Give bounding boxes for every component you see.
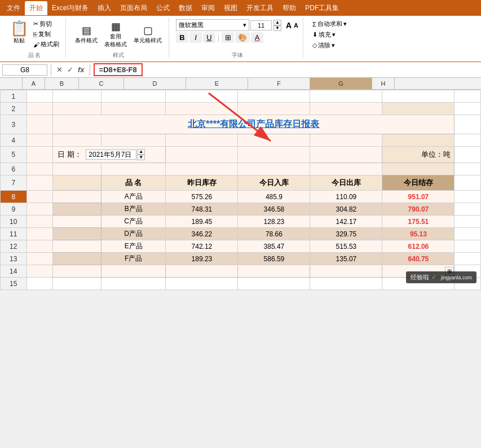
- cell-product-13[interactable]: F产品: [101, 253, 165, 265]
- font-size-down-button[interactable]: ▼: [273, 25, 281, 31]
- cell-d6[interactable]: [166, 163, 238, 175]
- copy-button[interactable]: ⎘ 复制: [32, 29, 61, 39]
- cell-e5[interactable]: [238, 147, 310, 163]
- cell-a3[interactable]: [27, 115, 53, 134]
- confirm-formula-button[interactable]: ✓: [65, 65, 75, 74]
- cell-b1[interactable]: [53, 90, 102, 103]
- cell-a4[interactable]: [27, 134, 53, 147]
- menu-home[interactable]: 开始: [25, 1, 47, 15]
- autosum-button[interactable]: Σ 自动求和 ▾: [310, 19, 349, 29]
- cell-yesterday-12[interactable]: 742.12: [166, 240, 238, 253]
- cut-button[interactable]: ✂ 剪切: [32, 19, 61, 29]
- cell-out-12[interactable]: 515.53: [310, 240, 382, 253]
- cell-out-9[interactable]: 304.82: [310, 203, 382, 216]
- underline-button[interactable]: U: [203, 32, 215, 43]
- col-header-h[interactable]: H: [372, 78, 395, 89]
- cell-a14[interactable]: [27, 265, 53, 278]
- cell-e14[interactable]: [238, 265, 310, 278]
- cell-h8[interactable]: [454, 191, 481, 203]
- cell-e15[interactable]: [238, 278, 310, 290]
- cell-product-10[interactable]: C产品: [101, 216, 165, 228]
- cell-f4[interactable]: [310, 134, 382, 147]
- col-header-c[interactable]: C: [79, 78, 124, 89]
- cell-h4[interactable]: [454, 134, 481, 147]
- date-down-button[interactable]: ▼: [137, 155, 145, 160]
- font-decrease-button[interactable]: A: [294, 22, 298, 29]
- cell-yesterday-8[interactable]: 575.26: [166, 191, 238, 203]
- cell-f15[interactable]: [310, 278, 382, 290]
- menu-insert[interactable]: 插入: [93, 1, 116, 15]
- cell-a10[interactable]: [27, 216, 53, 228]
- format-brush-button[interactable]: 🖌 格式刷: [32, 39, 61, 49]
- cell-product-12[interactable]: E产品: [101, 240, 165, 253]
- cell-d4[interactable]: [166, 134, 238, 147]
- cell-d14[interactable]: [166, 265, 238, 278]
- cell-yesterday-10[interactable]: 189.45: [166, 216, 238, 228]
- cancel-formula-button[interactable]: ✕: [55, 65, 64, 74]
- cell-a12[interactable]: [27, 240, 53, 253]
- clear-button[interactable]: ◇ 清除 ▾: [310, 41, 349, 50]
- menu-help[interactable]: 帮助: [278, 1, 301, 15]
- cell-d5[interactable]: [166, 147, 238, 163]
- cell-product-11[interactable]: D产品: [101, 228, 165, 240]
- cell-g2[interactable]: [382, 103, 454, 115]
- cell-in-9[interactable]: 346.58: [238, 203, 310, 216]
- cell-h12[interactable]: [454, 240, 481, 253]
- cell-c4[interactable]: [101, 134, 165, 147]
- cell-h5[interactable]: [454, 147, 481, 163]
- cell-f1[interactable]: [310, 90, 382, 103]
- cell-g4[interactable]: [382, 134, 454, 147]
- col-header-f[interactable]: F: [248, 78, 310, 89]
- cell-in-12[interactable]: 385.47: [238, 240, 310, 253]
- font-size-selector[interactable]: 11: [250, 20, 272, 30]
- cell-balance-8[interactable]: 951.07: [382, 191, 454, 203]
- cell-in-8[interactable]: 485.9: [238, 191, 310, 203]
- cell-a9[interactable]: [27, 203, 53, 216]
- cell-f6[interactable]: [310, 163, 382, 175]
- col-header-a[interactable]: A: [23, 78, 45, 89]
- cell-d15[interactable]: [166, 278, 238, 290]
- cell-yesterday-9[interactable]: 748.31: [166, 203, 238, 216]
- menu-file[interactable]: 文件: [2, 1, 25, 15]
- cell-d2[interactable]: [166, 103, 238, 115]
- date-input[interactable]: [86, 150, 136, 160]
- cell-c2[interactable]: [101, 103, 165, 115]
- cell-c14[interactable]: [101, 265, 165, 278]
- cell-out-13[interactable]: 135.07: [310, 253, 382, 265]
- cell-f2[interactable]: [310, 103, 382, 115]
- cell-h11[interactable]: [454, 228, 481, 240]
- menu-data[interactable]: 数据: [174, 1, 197, 15]
- cell-h10[interactable]: [454, 216, 481, 228]
- cell-e2[interactable]: [238, 103, 310, 115]
- cell-style-button[interactable]: ▢ 单元格样式: [131, 23, 164, 46]
- cell-h9[interactable]: [454, 203, 481, 216]
- cell-b6[interactable]: [53, 163, 102, 175]
- cell-balance-13[interactable]: 640.75: [382, 253, 454, 265]
- italic-button[interactable]: I: [189, 32, 202, 43]
- cell-a15[interactable]: [27, 278, 53, 290]
- col-header-b[interactable]: B: [45, 78, 79, 89]
- fill-button[interactable]: ⬇ 填充 ▾: [310, 30, 349, 39]
- col-header-e[interactable]: E: [186, 78, 248, 89]
- cell-out-8[interactable]: 110.09: [310, 191, 382, 203]
- cell-h7[interactable]: [454, 175, 481, 191]
- cell-c6[interactable]: [101, 163, 165, 175]
- cell-b12[interactable]: [53, 240, 102, 253]
- cell-h13[interactable]: [454, 253, 481, 265]
- cell-a7[interactable]: [27, 175, 53, 191]
- cell-balance-10[interactable]: 175.51: [382, 216, 454, 228]
- insert-function-button[interactable]: fx: [76, 65, 86, 74]
- conditional-format-button[interactable]: ▤ 条件格式: [73, 23, 100, 46]
- menu-view[interactable]: 视图: [219, 1, 242, 15]
- cell-balance-12[interactable]: 612.06: [382, 240, 454, 253]
- cell-product-8[interactable]: A产品: [101, 191, 165, 203]
- cell-c1[interactable]: [101, 90, 165, 103]
- cell-h2[interactable]: [454, 103, 481, 115]
- cell-yesterday-13[interactable]: 189.23: [166, 253, 238, 265]
- cell-a2[interactable]: [27, 103, 53, 115]
- cell-a6[interactable]: [27, 163, 53, 175]
- menu-pdf[interactable]: PDF工具集: [301, 1, 343, 15]
- cell-b14[interactable]: [53, 265, 102, 278]
- cell-a8[interactable]: [27, 191, 53, 203]
- cell-d1[interactable]: [166, 90, 238, 103]
